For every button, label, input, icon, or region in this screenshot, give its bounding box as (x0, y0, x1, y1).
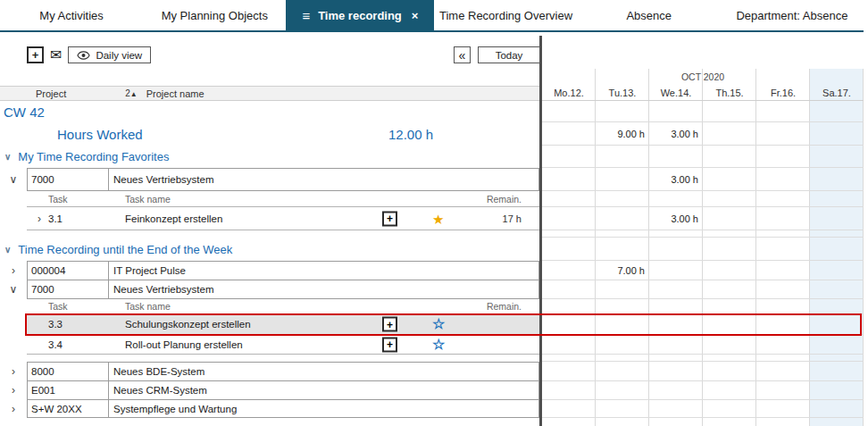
day-cell[interactable] (810, 280, 864, 299)
day-cell[interactable] (756, 122, 810, 146)
day-cell[interactable] (649, 355, 703, 362)
project-row-sw20xx[interactable]: › S+W 20XX Systempflege und Wartung (0, 399, 864, 418)
day-cell[interactable] (810, 299, 864, 314)
project-row-000004[interactable]: › 000004 IT Project Pulse 7.00 h (0, 261, 864, 280)
chevron-down-icon[interactable]: ∨ (0, 173, 27, 186)
day-cell[interactable] (542, 146, 596, 168)
day-cell[interactable] (542, 314, 596, 335)
day-cell[interactable] (649, 230, 703, 238)
add-booking-button[interactable]: + (382, 337, 397, 352)
day-cell[interactable] (542, 335, 596, 355)
day-cell[interactable]: 3.00 h (649, 122, 703, 146)
day-cell[interactable]: 3.00 h (649, 168, 703, 191)
day-cell[interactable] (596, 335, 649, 355)
close-tab-icon[interactable]: × (412, 10, 419, 21)
day-cell[interactable] (810, 146, 864, 168)
day-cell[interactable] (596, 355, 649, 362)
day-cell[interactable] (810, 355, 864, 362)
project-row-e001[interactable]: › E001 Neues CRM-System (0, 380, 864, 400)
chevron-down-icon[interactable]: ∨ (4, 245, 11, 255)
envelope-icon[interactable]: ✉ (50, 48, 62, 63)
chevron-right-icon[interactable]: › (0, 403, 27, 415)
day-cell[interactable] (542, 191, 596, 207)
day-cell[interactable] (649, 380, 703, 400)
day-cell[interactable] (703, 261, 756, 280)
day-cell[interactable] (649, 399, 703, 418)
chevron-right-icon[interactable]: › (0, 264, 27, 277)
day-cell[interactable] (703, 380, 756, 400)
day-cell[interactable] (756, 101, 810, 122)
day-column-header[interactable]: Tu.13. (596, 86, 649, 100)
day-cell[interactable] (649, 280, 703, 299)
add-booking-button[interactable]: + (382, 211, 397, 226)
sort-indicator[interactable]: 2▲ (125, 88, 137, 98)
day-cell[interactable] (703, 362, 756, 381)
previous-week-button[interactable]: « (454, 46, 471, 63)
day-cell[interactable] (703, 168, 756, 191)
day-cell[interactable] (756, 335, 810, 355)
day-cell[interactable] (649, 314, 703, 335)
day-cell[interactable] (810, 399, 864, 418)
project-name-cell[interactable]: Neues Vertriebsystem (109, 168, 539, 191)
day-column-header[interactable]: Th.15. (703, 86, 756, 100)
day-cell[interactable] (649, 101, 703, 122)
day-cell[interactable] (542, 280, 596, 299)
day-cell[interactable] (810, 191, 864, 207)
project-name-cell[interactable]: Systempflege und Wartung (109, 399, 539, 418)
day-cell[interactable] (542, 362, 596, 381)
task-code[interactable]: 3.4 (48, 339, 125, 350)
task-code[interactable]: 3.1 (48, 213, 125, 224)
day-cell[interactable] (810, 380, 864, 400)
project-row-8000[interactable]: › 8000 Neues BDE-System (0, 362, 864, 381)
day-cell[interactable] (542, 230, 596, 238)
task-row-3-1[interactable]: › 3.1 Feinkonzept erstellen + ★ 17 h 3.0… (0, 207, 864, 230)
day-cell[interactable] (756, 362, 810, 381)
day-cell[interactable] (542, 380, 596, 400)
day-cell[interactable] (703, 122, 756, 146)
day-cell[interactable] (703, 280, 756, 299)
day-cell[interactable] (703, 146, 756, 168)
day-column-header[interactable]: We.14. (649, 86, 703, 100)
project-row-7000[interactable]: ∨ 7000 Neues Vertriebsystem (0, 280, 864, 299)
tab-department-absence[interactable]: Department: Absence (721, 0, 864, 30)
day-cell[interactable] (756, 207, 810, 230)
day-cell[interactable] (542, 168, 596, 191)
day-cell[interactable] (810, 122, 864, 146)
day-cell[interactable] (810, 335, 864, 355)
project-code-cell[interactable]: S+W 20XX (27, 399, 109, 418)
day-cell[interactable]: 9.00 h (596, 122, 649, 146)
day-cell[interactable] (596, 280, 649, 299)
menu-icon[interactable]: ≡ (302, 9, 310, 22)
day-cell[interactable] (596, 191, 649, 207)
project-name-cell[interactable]: Neues CRM-System (109, 380, 539, 400)
task-row-3-3-selected[interactable]: 3.3 Schulungskonzept erstellen + ☆ (0, 314, 864, 335)
day-cell[interactable] (756, 230, 810, 238)
day-cell[interactable] (810, 362, 864, 381)
day-cell[interactable] (810, 101, 864, 122)
day-cell[interactable] (756, 314, 810, 335)
day-cell[interactable] (756, 146, 810, 168)
day-cell[interactable]: 3.00 h (649, 207, 703, 230)
day-cell[interactable] (756, 399, 810, 418)
day-cell[interactable]: 7.00 h (596, 261, 649, 280)
tab-absence[interactable]: Absence (578, 0, 721, 30)
chevron-down-icon[interactable]: ∨ (0, 283, 27, 296)
day-cell[interactable] (596, 299, 649, 314)
day-column-header[interactable]: Sa.17. (810, 86, 864, 100)
day-cell[interactable] (649, 335, 703, 355)
chevron-right-icon[interactable]: › (0, 365, 27, 378)
day-cell[interactable] (703, 399, 756, 418)
day-column-header[interactable]: Fr.16. (756, 86, 810, 100)
daily-view-button[interactable]: Daily view (68, 46, 151, 63)
day-cell[interactable] (756, 191, 810, 207)
day-cell[interactable] (542, 207, 596, 230)
tab-my-activities[interactable]: My Activities (0, 0, 143, 30)
tab-time-recording[interactable]: ≡ Time recording × (286, 0, 434, 30)
task-row-3-4[interactable]: 3.4 Roll-out Planung erstellen + ☆ (0, 335, 864, 355)
add-favorite-star-icon[interactable]: ☆ (432, 317, 445, 331)
tab-time-recording-overview[interactable]: Time Recording Overview (434, 0, 577, 30)
day-cell[interactable] (703, 314, 756, 335)
section-week-end[interactable]: ∨ Time Recording until the End of the We… (0, 238, 864, 261)
project-code-cell[interactable]: E001 (27, 380, 109, 400)
project-code-cell[interactable]: 7000 (27, 168, 109, 191)
